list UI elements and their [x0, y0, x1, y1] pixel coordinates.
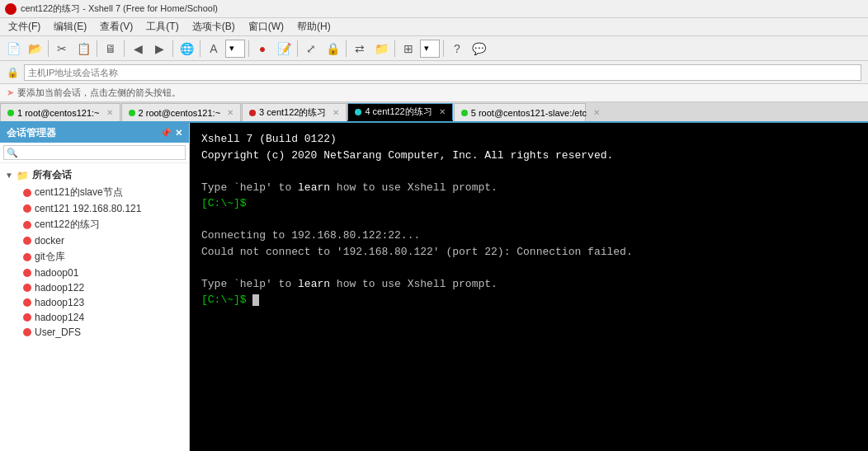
- sidebar-search-input[interactable]: [3, 145, 186, 160]
- toolbar-sep9: [394, 40, 395, 57]
- toolbar-note-btn[interactable]: 📝: [274, 39, 294, 59]
- toolbar-sep4: [172, 40, 173, 57]
- tab-5[interactable]: 5 root@centos121-slave:/etc ✕: [454, 103, 586, 121]
- terminal-prompt1: [C:\~]$: [201, 197, 247, 209]
- toolbar-transfer-btn[interactable]: ⇄: [350, 39, 370, 59]
- info-text: 要添加当前会话，点击左侧的箭头按钮。: [17, 87, 181, 99]
- tab-close-3[interactable]: ✕: [333, 108, 339, 117]
- sidebar-search: [0, 143, 189, 163]
- toolbar-extra-btn[interactable]: 💬: [469, 39, 488, 59]
- tree-root-label: 所有会话: [32, 168, 72, 182]
- tab-label-2: 2 root@centos121:~: [139, 108, 221, 118]
- menu-window[interactable]: 窗口(W): [242, 18, 290, 35]
- info-arrow-icon: ➤: [7, 87, 14, 98]
- sidebar-item-cent121[interactable]: cent121 192.168.80.121: [0, 201, 189, 216]
- terminal[interactable]: Xshell 7 (Build 0122) Copyright (c) 2020…: [190, 123, 868, 451]
- terminal-line6: Connecting to 192.168.80.122:22...: [201, 229, 420, 242]
- sidebar-item-cent122[interactable]: cent122的练习: [0, 216, 189, 233]
- menu-tools[interactable]: 工具(T): [139, 18, 185, 35]
- terminal-line9: Type `help' to learn how to use Xshell p…: [201, 278, 498, 290]
- sidebar-item-hadoop122[interactable]: hadoop122: [0, 280, 189, 295]
- address-input[interactable]: [24, 64, 861, 81]
- menu-edit[interactable]: 编辑(E): [47, 18, 93, 35]
- terminal-line7: Could not connect to '192.168.80.122' (p…: [201, 246, 633, 258]
- close-icon[interactable]: ✕: [175, 128, 182, 139]
- toolbar-copy-btn[interactable]: 📋: [73, 39, 93, 59]
- toolbar-monitor-btn[interactable]: 🖥: [101, 39, 120, 59]
- sidebar-item-cent121slave[interactable]: cent121的slave节点: [0, 184, 189, 201]
- session-dot-2: [23, 204, 31, 213]
- sidebar-item-docker[interactable]: docker: [0, 233, 189, 248]
- main-content: 会话管理器 📌 ✕ ▼ 📁 所有会话 cent121的slave节点 cent1…: [0, 123, 868, 451]
- sidebar-item-hadoop124[interactable]: hadoop124: [0, 310, 189, 325]
- tabs-bar: 1 root@centos121:~ ✕ 2 root@centos121:~ …: [0, 102, 868, 123]
- tab-4[interactable]: 4 cent122的练习 ✕: [347, 103, 452, 121]
- tab-close-4[interactable]: ✕: [439, 107, 446, 116]
- terminal-cursor: [252, 294, 259, 306]
- menu-file[interactable]: 文件(F): [2, 18, 47, 35]
- menu-help[interactable]: 帮助(H): [290, 18, 337, 35]
- sidebar-title: 会话管理器: [7, 126, 56, 140]
- tab-close-2[interactable]: ✕: [227, 108, 234, 117]
- toolbar-new-btn[interactable]: 📄: [3, 39, 23, 59]
- toolbar-sep3: [124, 40, 125, 57]
- terminal-line2: Copyright (c) 2020 NetSarang Computer, I…: [201, 149, 613, 162]
- toolbar-sep1: [48, 40, 49, 57]
- sidebar-item-label-6: hadoop01: [35, 267, 78, 279]
- toolbar: 📄 📂 ✂ 📋 🖥 ◀ ▶ 🌐 A ▾ ● 📝 ⤢ 🔒 ⇄ 📁 ⊞ ▾ ? 💬: [0, 36, 868, 61]
- toolbar-open-btn[interactable]: 📂: [25, 39, 45, 59]
- toolbar-font-dropdown[interactable]: ▾: [225, 40, 245, 58]
- toolbar-help-btn[interactable]: ?: [447, 39, 467, 59]
- sidebar-item-git[interactable]: git仓库: [0, 248, 189, 265]
- tab-close-5[interactable]: ✕: [593, 108, 600, 117]
- toolbar-grid-dropdown[interactable]: ▾: [420, 40, 440, 58]
- tab-close-1[interactable]: ✕: [106, 108, 113, 117]
- tab-label-1: 1 root@centos121:~: [17, 108, 100, 118]
- toolbar-sep7: [297, 40, 298, 57]
- menu-view[interactable]: 查看(V): [93, 18, 139, 35]
- address-bar: 🔒: [0, 61, 868, 84]
- tree-root[interactable]: ▼ 📁 所有会话: [0, 167, 189, 184]
- sidebar-item-userdfs[interactable]: User_DFS: [0, 325, 189, 340]
- sidebar-item-hadoop123[interactable]: hadoop123: [0, 295, 189, 310]
- sidebar-item-label-5: git仓库: [35, 250, 65, 264]
- title-text: cent122的练习 - Xshell 7 (Free for Home/Sch…: [21, 2, 218, 15]
- toolbar-font-btn[interactable]: A: [204, 39, 224, 59]
- sidebar: 会话管理器 📌 ✕ ▼ 📁 所有会话 cent121的slave节点 cent1…: [0, 123, 190, 451]
- terminal-line4: Type `help' to learn how to use Xshell p…: [201, 181, 498, 194]
- sidebar-content: ▼ 📁 所有会话 cent121的slave节点 cent121 192.168…: [0, 163, 189, 451]
- tab-dot-3: [249, 110, 256, 116]
- session-dot-7: [23, 284, 31, 292]
- tab-2[interactable]: 2 root@centos121:~ ✕: [121, 103, 242, 121]
- sidebar-item-label-8: hadoop123: [35, 297, 84, 308]
- session-dot-8: [23, 298, 31, 307]
- sidebar-item-label-2: cent121 192.168.80.121: [35, 203, 141, 214]
- toolbar-globe-btn[interactable]: 🌐: [177, 39, 196, 59]
- toolbar-sftp-btn[interactable]: 📁: [371, 39, 391, 59]
- sidebar-item-hadoop01[interactable]: hadoop01: [0, 265, 189, 280]
- menu-bar: 文件(F) 编辑(E) 查看(V) 工具(T) 选项卡(B) 窗口(W) 帮助(…: [0, 18, 868, 36]
- tab-dot-1: [7, 110, 14, 116]
- sidebar-item-label-4: docker: [35, 235, 64, 247]
- terminal-line1: Xshell 7 (Build 0122): [201, 133, 337, 145]
- toolbar-back-btn[interactable]: ◀: [128, 39, 148, 59]
- sidebar-item-label-3: cent122的练习: [35, 218, 100, 232]
- toolbar-forward-btn[interactable]: ▶: [149, 39, 169, 59]
- toolbar-red-btn[interactable]: ●: [252, 39, 272, 59]
- tab-label-4: 4 cent122的练习: [365, 106, 432, 118]
- toolbar-cut-btn[interactable]: ✂: [52, 39, 72, 59]
- toolbar-expand-btn[interactable]: ⤢: [301, 39, 321, 59]
- folder-icon: 📁: [17, 170, 29, 181]
- menu-tabs[interactable]: 选项卡(B): [186, 18, 242, 35]
- pin-icon[interactable]: 📌: [160, 128, 172, 139]
- toolbar-lock-btn[interactable]: 🔒: [323, 39, 342, 59]
- app-icon: [5, 3, 17, 15]
- tab-dot-2: [129, 110, 135, 116]
- tab-1[interactable]: 1 root@centos121:~ ✕: [0, 103, 120, 121]
- session-dot-9: [23, 313, 31, 322]
- sidebar-header-icons: 📌 ✕: [160, 128, 182, 139]
- tab-3[interactable]: 3 cent122的练习 ✕: [242, 103, 347, 121]
- toolbar-grid-btn[interactable]: ⊞: [399, 39, 418, 59]
- sidebar-item-label-7: hadoop122: [35, 282, 84, 294]
- title-bar: cent122的练习 - Xshell 7 (Free for Home/Sch…: [0, 0, 868, 18]
